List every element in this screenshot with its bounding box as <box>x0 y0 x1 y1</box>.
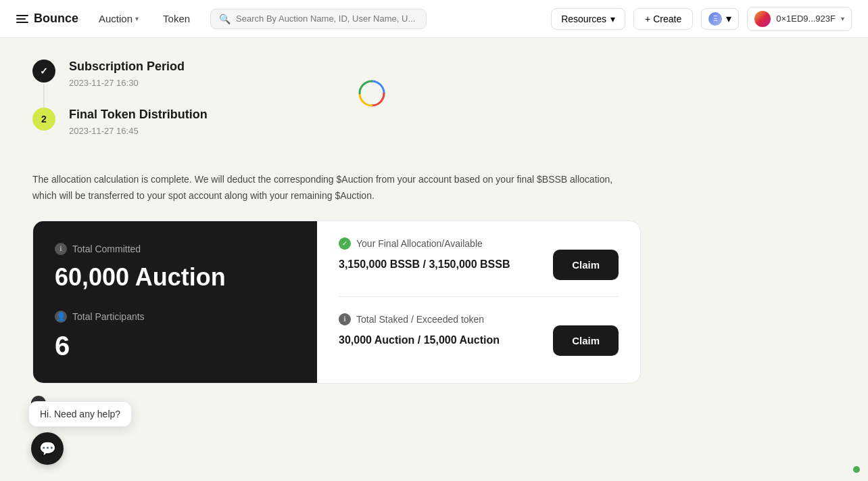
subscription-period-title: Subscription Period <box>69 60 185 74</box>
allocation-card: ℹ Total Committed 60,000 Auction 👤 Total… <box>32 221 641 384</box>
avatar <box>754 11 771 27</box>
eth-network-badge[interactable]: Ξ ▾ <box>701 8 739 30</box>
total-staked-row: 30,000 Auction / 15,000 Auction Claim <box>339 325 619 356</box>
navbar: Bounce Auction ▾ Token 🔍 Resources ▾ + C… <box>0 0 868 38</box>
final-distribution-timestamp: 2023-11-27 16:45 <box>69 126 139 136</box>
resources-label: Resources <box>561 14 606 24</box>
resources-chevron-icon: ▾ <box>610 14 615 24</box>
nav-right: Resources ▾ + Create Ξ ▾ 0×1ED9...923F ▾ <box>551 7 852 31</box>
final-allocation-label: Your Final Allocation/Available <box>356 238 483 249</box>
loading-spinner-area <box>358 80 385 110</box>
brand-name: Bounce <box>34 12 78 26</box>
allocation-description: The allocation calculation is complete. … <box>32 172 627 204</box>
final-allocation-row: 3,150,000 BSSB / 3,150,000 BSSB Claim <box>339 250 619 280</box>
auction-nav-label: Auction <box>99 13 132 24</box>
total-committed-label: Total Committed <box>72 244 141 254</box>
eth-chevron-icon: ▾ <box>726 12 731 25</box>
total-participants-value: 6 <box>55 331 295 361</box>
create-label: + Create <box>645 14 681 24</box>
wallet-chevron-icon: ▾ <box>841 15 844 22</box>
total-participants-icon: 👤 <box>55 311 67 323</box>
timeline-bullet-check: ✓ <box>32 60 55 83</box>
search-bar[interactable]: 🔍 <box>210 9 427 29</box>
total-staked-label: Total Staked / Exceeded token <box>356 314 484 325</box>
resources-button[interactable]: Resources ▾ <box>551 8 625 30</box>
token-nav-item[interactable]: Token <box>159 10 194 27</box>
timeline-content-1: Subscription Period 2023-11-27 16:30 <box>69 60 185 89</box>
card-right-panel: ✓ Your Final Allocation/Available 3,150,… <box>317 221 640 383</box>
brand-icon <box>16 15 28 23</box>
total-participants-label: Total Participants <box>72 311 145 322</box>
timeline-content-2: Final Token Distribution 2023-11-27 16:4… <box>69 108 208 137</box>
status-indicator <box>853 466 860 473</box>
final-allocation-check-icon: ✓ <box>339 237 351 250</box>
auction-chevron-icon: ▾ <box>135 15 139 22</box>
divider <box>339 296 619 297</box>
final-allocation-label-area: ✓ Your Final Allocation/Available <box>339 237 619 250</box>
final-allocation-section: ✓ Your Final Allocation/Available 3,150,… <box>339 237 619 280</box>
total-staked-info-icon: ℹ <box>339 313 351 325</box>
claim-button-1[interactable]: Claim <box>553 250 619 280</box>
final-distribution-title: Final Token Distribution <box>69 108 208 122</box>
search-input[interactable] <box>236 14 418 24</box>
claim-button-2[interactable]: Claim <box>553 325 619 356</box>
total-committed-label-area: ℹ Total Committed <box>55 243 295 255</box>
total-committed-icon: ℹ <box>55 243 67 255</box>
timeline-bullet-2: 2 <box>32 108 55 131</box>
chat-toggle-button[interactable]: 💬 <box>31 432 64 465</box>
total-staked-section: ℹ Total Staked / Exceeded token 30,000 A… <box>339 313 619 356</box>
brand-logo[interactable]: Bounce <box>16 12 78 26</box>
timeline-item-2: 2 Final Token Distribution 2023-11-27 16… <box>32 108 711 137</box>
card-left-panel: ℹ Total Committed 60,000 Auction 👤 Total… <box>33 221 317 383</box>
chat-icon: 💬 <box>39 440 56 457</box>
total-staked-value: 30,000 Auction / 15,000 Auction <box>339 333 500 348</box>
total-staked-label-area: ℹ Total Staked / Exceeded token <box>339 313 619 325</box>
chat-bubble: Hi. Need any help? <box>28 401 132 427</box>
final-allocation-value: 3,150,000 BSSB / 3,150,000 BSSB <box>339 257 510 272</box>
eth-logo-icon: Ξ <box>708 12 722 26</box>
wallet-badge[interactable]: 0×1ED9...923F ▾ <box>747 7 852 31</box>
chat-message: Hi. Need any help? <box>40 409 120 419</box>
spinner-icon <box>358 80 385 107</box>
search-icon: 🔍 <box>219 14 231 24</box>
total-participants-label-area: 👤 Total Participants <box>55 311 295 323</box>
create-button[interactable]: + Create <box>633 8 693 30</box>
token-nav-label: Token <box>163 13 190 24</box>
total-committed-value: 60,000 Auction <box>55 263 295 292</box>
wallet-address: 0×1ED9...923F <box>776 14 836 24</box>
auction-nav-item[interactable]: Auction ▾ <box>95 10 143 27</box>
subscription-period-timestamp: 2023-11-27 16:30 <box>69 78 139 88</box>
